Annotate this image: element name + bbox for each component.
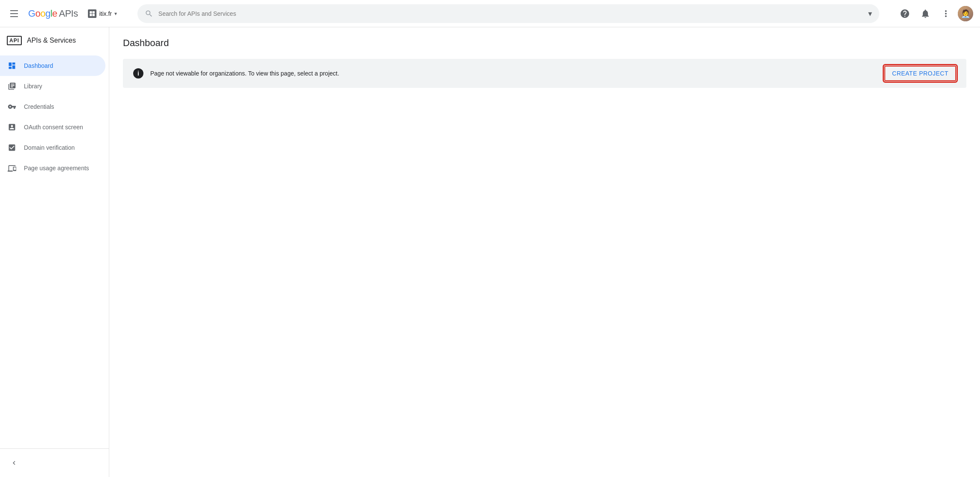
library-icon (7, 81, 17, 91)
sidebar-item-oauth[interactable]: OAuth consent screen (0, 117, 105, 137)
info-banner-left: i Page not viewable for organizations. T… (133, 68, 339, 79)
hamburger-icon[interactable] (7, 7, 21, 20)
sidebar-footer (0, 448, 109, 477)
sidebar-item-page-usage-label: Page usage agreements (24, 165, 89, 172)
credentials-icon (7, 102, 17, 112)
logo-g2: g (45, 8, 50, 19)
dashboard-icon (7, 61, 17, 71)
sidebar-nav: Dashboard Library Credentials (0, 52, 109, 448)
topbar-left: G o o g l e APIs itix.fr ▾ (7, 7, 120, 20)
project-name: itix.fr (99, 10, 112, 17)
search-dropdown-icon[interactable]: ▾ (868, 9, 872, 18)
avatar-image: 🧑‍💼 (958, 6, 973, 21)
project-selector[interactable]: itix.fr ▾ (85, 8, 120, 20)
sidebar-item-domain[interactable]: Domain verification (0, 137, 105, 158)
api-badge: API (7, 36, 22, 45)
info-icon: i (133, 68, 143, 79)
main-content: Dashboard i Page not viewable for organi… (109, 27, 980, 477)
search-input-wrapper[interactable]: ▾ (137, 4, 879, 23)
oauth-icon (7, 122, 17, 132)
svg-rect-0 (90, 11, 92, 13)
sidebar-item-page-usage[interactable]: Page usage agreements (0, 158, 105, 178)
sidebar-title: APIs & Services (27, 37, 76, 44)
avatar[interactable]: 🧑‍💼 (958, 6, 973, 21)
more-options-button[interactable] (937, 5, 954, 22)
info-banner: i Page not viewable for organizations. T… (123, 59, 966, 88)
logo-apis: APIs (59, 8, 78, 19)
logo-g: G (28, 8, 35, 19)
notifications-button[interactable] (917, 5, 934, 22)
topbar-right: 🧑‍💼 (896, 5, 973, 22)
collapse-button[interactable] (7, 456, 102, 470)
domain-icon (7, 143, 17, 153)
sidebar-header: API APIs & Services (0, 27, 109, 52)
search-icon (145, 9, 153, 18)
svg-rect-1 (93, 11, 95, 13)
project-icon (88, 9, 96, 18)
sidebar-item-domain-label: Domain verification (24, 144, 75, 151)
sidebar-item-credentials-label: Credentials (24, 103, 54, 110)
sidebar-item-dashboard-label: Dashboard (24, 62, 53, 69)
sidebar-item-credentials[interactable]: Credentials (0, 96, 105, 117)
svg-rect-2 (90, 14, 92, 16)
page-title: Dashboard (123, 38, 966, 49)
search-input[interactable] (158, 10, 868, 17)
logo-o2: o (40, 8, 45, 19)
project-dropdown-icon: ▾ (114, 11, 117, 17)
google-logo[interactable]: G o o g l e APIs (28, 8, 78, 19)
help-button[interactable] (896, 5, 913, 22)
sidebar-item-dashboard[interactable]: Dashboard (0, 55, 105, 76)
sidebar-item-oauth-label: OAuth consent screen (24, 124, 83, 131)
sidebar-item-library-label: Library (24, 83, 42, 90)
logo-e: e (52, 8, 57, 19)
logo-o1: o (35, 8, 41, 19)
svg-rect-3 (93, 14, 95, 16)
app-layout: API APIs & Services Dashboard (0, 27, 980, 477)
create-project-button[interactable]: CREATE PROJECT (884, 66, 956, 81)
sidebar: API APIs & Services Dashboard (0, 27, 109, 477)
topbar: G o o g l e APIs itix.fr ▾ (0, 0, 980, 27)
search-bar: ▾ (137, 4, 879, 23)
info-message: Page not viewable for organizations. To … (150, 70, 339, 77)
sidebar-item-library[interactable]: Library (0, 76, 105, 96)
page-usage-icon (7, 163, 17, 173)
